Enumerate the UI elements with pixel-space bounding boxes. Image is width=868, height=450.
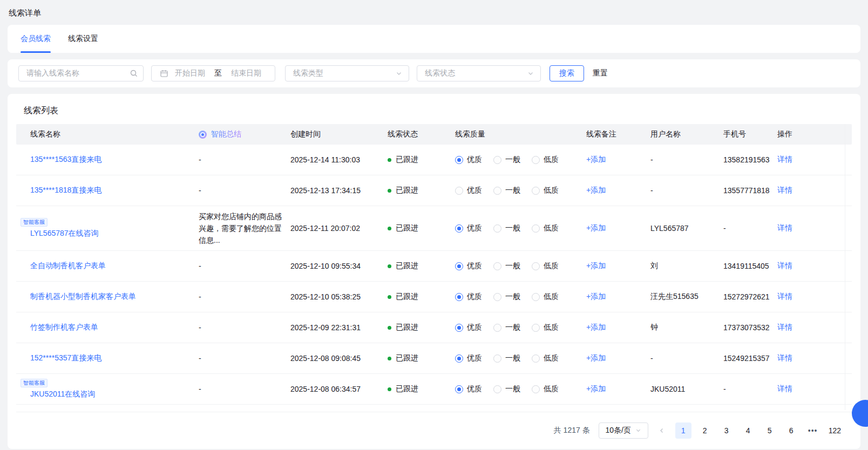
quality-option-低质[interactable]: 低质: [532, 155, 559, 165]
quality-radio[interactable]: [493, 262, 501, 270]
reset-button[interactable]: 重置: [593, 69, 608, 78]
page-button-4[interactable]: 4: [740, 422, 756, 439]
search-button[interactable]: 搜索: [550, 65, 584, 81]
col-ai-summary-label: 智能总结: [211, 129, 241, 139]
add-note-link[interactable]: +添加: [586, 292, 650, 302]
quality-radio[interactable]: [455, 224, 463, 233]
page-button-122[interactable]: 122: [826, 422, 843, 439]
quality-option-优质[interactable]: 优质: [455, 223, 482, 233]
detail-link[interactable]: 详情: [777, 292, 852, 302]
lead-name-cell: 智能客服JKU52011在线咨询: [16, 379, 199, 399]
add-note-link[interactable]: +添加: [586, 261, 650, 271]
quality-option-低质[interactable]: 低质: [532, 292, 559, 302]
quality-option-优质[interactable]: 优质: [455, 384, 482, 394]
quality-radio[interactable]: [493, 385, 501, 393]
lead-quality-group: 优质一般低质: [455, 384, 586, 394]
lead-name-link[interactable]: 制香机器小型制香机家客户表单: [30, 292, 136, 302]
quality-label: 优质: [467, 223, 482, 233]
quality-option-优质[interactable]: 优质: [455, 323, 482, 332]
detail-link[interactable]: 详情: [777, 323, 852, 332]
quality-radio[interactable]: [532, 324, 540, 332]
add-note-link[interactable]: +添加: [586, 223, 650, 233]
quality-option-一般[interactable]: 一般: [493, 384, 520, 394]
quality-radio[interactable]: [493, 224, 501, 233]
detail-link[interactable]: 详情: [777, 186, 852, 195]
quality-option-低质[interactable]: 低质: [532, 223, 559, 233]
detail-link[interactable]: 详情: [777, 384, 852, 394]
quality-radio[interactable]: [532, 293, 540, 301]
detail-link[interactable]: 详情: [777, 155, 852, 165]
page-button-5[interactable]: 5: [762, 422, 778, 439]
add-note-link[interactable]: +添加: [586, 155, 650, 165]
quality-radio[interactable]: [532, 187, 540, 195]
page-button-3[interactable]: 3: [718, 422, 735, 439]
add-note-link[interactable]: +添加: [586, 323, 650, 332]
quality-label: 低质: [544, 323, 559, 332]
lead-name-link[interactable]: JKU52011在线咨询: [30, 390, 95, 399]
quality-radio[interactable]: [493, 293, 501, 301]
quality-option-一般[interactable]: 一般: [493, 353, 520, 363]
quality-option-优质[interactable]: 优质: [455, 292, 482, 302]
lead-status-select[interactable]: 线索状态: [417, 65, 541, 81]
quality-radio[interactable]: [455, 324, 463, 332]
quality-radio[interactable]: [493, 324, 501, 332]
quality-option-低质[interactable]: 低质: [532, 261, 559, 271]
quality-option-优质[interactable]: 优质: [455, 353, 482, 363]
quality-radio[interactable]: [532, 385, 540, 393]
quality-radio[interactable]: [532, 354, 540, 363]
detail-link[interactable]: 详情: [777, 223, 852, 233]
lead-status-cell: 已跟进: [388, 292, 455, 302]
quality-option-优质[interactable]: 优质: [455, 261, 482, 271]
add-note-link[interactable]: +添加: [586, 384, 650, 394]
lead-name-link[interactable]: 全自动制香机客户表单: [30, 261, 106, 271]
tab-member-leads[interactable]: 会员线索: [21, 25, 51, 53]
quality-option-优质[interactable]: 优质: [455, 186, 482, 195]
quality-radio[interactable]: [455, 293, 463, 301]
quality-option-低质[interactable]: 低质: [532, 353, 559, 363]
quality-option-一般[interactable]: 一般: [493, 292, 520, 302]
page-button-1[interactable]: 1: [675, 422, 691, 439]
quality-label: 一般: [505, 261, 520, 271]
lead-name-link[interactable]: 152****5357直接来电: [30, 353, 101, 363]
quality-radio[interactable]: [493, 354, 501, 363]
lead-name-link[interactable]: 135****1818直接来电: [30, 186, 101, 195]
quality-option-低质[interactable]: 低质: [532, 384, 559, 394]
lead-name-link[interactable]: 135****1563直接来电: [30, 155, 101, 165]
more-pages-button[interactable]: •••: [805, 422, 821, 439]
detail-link[interactable]: 详情: [777, 353, 852, 363]
quality-option-低质[interactable]: 低质: [532, 186, 559, 195]
quality-radio[interactable]: [493, 156, 501, 164]
quality-radio[interactable]: [532, 156, 540, 164]
add-note-link[interactable]: +添加: [586, 353, 650, 363]
quality-radio[interactable]: [455, 262, 463, 270]
phone-cell: 15272972621: [723, 292, 777, 301]
quality-option-一般[interactable]: 一般: [493, 186, 520, 195]
quality-option-一般[interactable]: 一般: [493, 223, 520, 233]
lead-name-link[interactable]: 竹签制作机客户表单: [30, 323, 98, 332]
quality-radio[interactable]: [455, 385, 463, 393]
date-range-picker[interactable]: 开始日期 至 结束日期: [151, 65, 275, 81]
quality-radio[interactable]: [455, 156, 463, 164]
quality-option-优质[interactable]: 优质: [455, 155, 482, 165]
quality-radio[interactable]: [493, 187, 501, 195]
quality-option-低质[interactable]: 低质: [532, 323, 559, 332]
page-button-2[interactable]: 2: [697, 422, 713, 439]
quality-option-一般[interactable]: 一般: [493, 261, 520, 271]
quality-radio[interactable]: [455, 354, 463, 363]
detail-link[interactable]: 详情: [777, 261, 852, 271]
prev-page-button[interactable]: [654, 422, 670, 439]
tab-lead-settings[interactable]: 线索设置: [68, 25, 98, 53]
quality-radio[interactable]: [455, 187, 463, 195]
quality-label: 优质: [467, 384, 482, 394]
quality-radio[interactable]: [532, 262, 540, 270]
user-name-cell: JKU52011: [650, 385, 723, 393]
quality-option-一般[interactable]: 一般: [493, 323, 520, 332]
page-button-6[interactable]: 6: [783, 422, 799, 439]
quality-option-一般[interactable]: 一般: [493, 155, 520, 165]
quality-radio[interactable]: [532, 224, 540, 233]
add-note-link[interactable]: +添加: [586, 186, 650, 195]
page-size-select[interactable]: 10条/页: [599, 422, 648, 439]
lead-name-input[interactable]: 请输入线索名称: [18, 65, 144, 81]
lead-name-link[interactable]: LYL565787在线咨询: [30, 229, 99, 238]
lead-type-select[interactable]: 线索类型: [285, 65, 409, 81]
